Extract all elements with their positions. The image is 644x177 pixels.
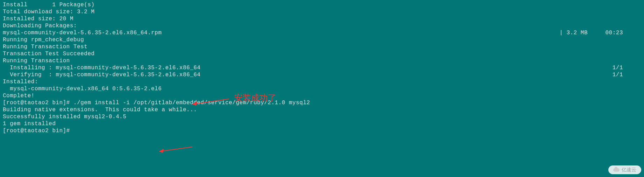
output-line: Successfully installed mysql2-0.4.5	[3, 113, 644, 120]
output-line: Installed size: 20 M	[3, 15, 644, 22]
svg-marker-3	[159, 149, 164, 153]
verify-progress-line: Verifying : mysql-community-devel-5.6.35…	[3, 71, 644, 78]
output-line: Running Transaction Test	[3, 43, 644, 50]
output-line: Building native extensions. This could t…	[3, 106, 644, 113]
output-line: mysql-community-devel.x86_64 0:5.6.35-2.…	[3, 85, 644, 92]
output-line: Install 1 Package(s)	[3, 1, 644, 8]
watermark: 亿速云	[608, 165, 641, 175]
progress-count: 1/1	[613, 64, 623, 71]
download-status: | 3.2 MB 00:23	[559, 29, 623, 36]
output-line: Transaction Test Succeeded	[3, 50, 644, 57]
verify-step: Verifying : mysql-community-devel-5.6.35…	[3, 71, 201, 78]
cloud-icon	[613, 168, 620, 172]
output-line: Total download size: 3.2 M	[3, 8, 644, 15]
package-name: mysql-community-devel-5.6.35-2.el6.x86_6…	[3, 29, 162, 36]
output-line: Complete!	[3, 92, 644, 99]
output-line: Running rpm_check_debug	[3, 36, 644, 43]
prompt-line[interactable]: [root@taotao2 bin]#	[3, 127, 644, 134]
output-line: Running Transaction	[3, 57, 644, 64]
install-progress-line: Installing : mysql-community-devel-5.6.3…	[3, 64, 644, 71]
output-line: 1 gem installed	[3, 120, 644, 127]
download-progress-line: mysql-community-devel-5.6.35-2.el6.x86_6…	[3, 29, 644, 36]
output-line: Installed:	[3, 78, 644, 85]
watermark-text: 亿速云	[622, 167, 636, 173]
output-line: Downloading Packages:	[3, 22, 644, 29]
install-step: Installing : mysql-community-devel-5.6.3…	[3, 64, 201, 71]
arrow-annotation-2	[154, 145, 192, 154]
terminal-output: Install 1 Package(s) Total download size…	[3, 1, 644, 134]
svg-line-2	[159, 147, 192, 151]
progress-count: 1/1	[613, 71, 623, 78]
command-line: [root@taotao2 bin]# ./gem install -i /op…	[3, 99, 644, 106]
